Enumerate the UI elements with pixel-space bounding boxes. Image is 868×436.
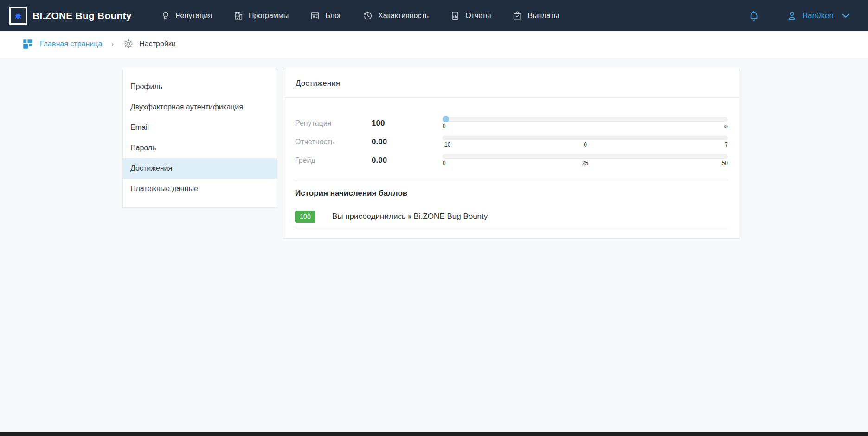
history-icon xyxy=(363,11,373,21)
nav-item-payouts[interactable]: Выплаты xyxy=(512,11,559,21)
username: Han0ken xyxy=(802,11,834,20)
metric-value: 100 xyxy=(372,119,443,128)
slider-track xyxy=(443,117,728,122)
scale-mid: 25 xyxy=(582,160,588,167)
slider-handle[interactable] xyxy=(443,116,449,122)
nav-item-reports[interactable]: Отчеты xyxy=(450,11,491,21)
nav-item-reputation[interactable]: Репутация xyxy=(161,11,212,21)
nav-item-blog[interactable]: Блог xyxy=(310,11,341,21)
gear-icon xyxy=(123,38,134,49)
history-entry-text: Вы присоединились к Bi.ZONE Bug Bounty xyxy=(332,212,488,221)
nav-item-hackactivity[interactable]: Хакактивность xyxy=(363,11,429,21)
nav-item-programs[interactable]: Программы xyxy=(233,11,289,21)
brand-logo[interactable]: BI.ZONE Bug Bounty xyxy=(9,7,132,25)
scale-max: 7 xyxy=(725,141,728,148)
metric-label: Репутация xyxy=(295,119,372,128)
metric-row-reporting: Отчетность 0.00 -10 0 7 xyxy=(295,133,728,151)
reputation-slider: 0 ∞ xyxy=(443,117,728,129)
slider-scale: -10 0 7 xyxy=(443,141,728,148)
points-badge: 100 xyxy=(295,211,315,223)
metric-value: 0.00 xyxy=(372,156,443,165)
breadcrumb: Главная страница › Настройки xyxy=(0,31,868,57)
scale-min: 0 xyxy=(443,160,446,167)
notifications-bell-icon[interactable] xyxy=(748,10,759,22)
metrics-list: Репутация 100 0 ∞ Отчетность 0.00 xyxy=(283,98,739,175)
user-icon xyxy=(786,10,797,21)
slider-scale: 0 25 50 xyxy=(443,160,728,167)
metric-value: 0.00 xyxy=(372,137,443,147)
breadcrumb-current-label: Настройки xyxy=(139,40,175,48)
reporting-slider: -10 0 7 xyxy=(443,136,728,148)
panel-title: Достижения xyxy=(296,79,340,88)
metric-label: Грейд xyxy=(295,156,372,165)
metric-label: Отчетность xyxy=(295,138,372,146)
scale-mid: 0 xyxy=(584,141,587,148)
slider-scale: 0 ∞ xyxy=(443,123,728,129)
metric-row-reputation: Репутация 100 0 ∞ xyxy=(295,114,728,133)
blog-icon xyxy=(310,11,320,21)
chevron-down-icon xyxy=(842,13,849,18)
building-icon xyxy=(233,11,244,21)
brand-name: BI.ZONE Bug Bounty xyxy=(32,10,132,21)
breadcrumb-separator-icon: › xyxy=(109,40,116,48)
top-navbar: BI.ZONE Bug Bounty Репутация Программы xyxy=(0,0,868,31)
nav-label: Программы xyxy=(249,12,289,20)
breadcrumb-home-link[interactable]: Главная страница xyxy=(22,38,102,50)
settings-sidebar: Профиль Двухфакторная аутентификация Ema… xyxy=(122,69,277,208)
sidebar-item-profile[interactable]: Профиль xyxy=(123,77,277,97)
panel-header: Достижения xyxy=(283,69,739,98)
payments-icon xyxy=(512,11,522,21)
points-history-section: История начисления баллов 100 Вы присоед… xyxy=(283,180,739,238)
slider-track xyxy=(443,154,728,159)
bottom-edge-strip xyxy=(0,432,868,436)
points-history-title: История начисления баллов xyxy=(295,189,728,198)
sidebar-item-password[interactable]: Пароль xyxy=(123,138,277,158)
medal-icon xyxy=(161,11,171,21)
nav-label: Выплаты xyxy=(527,12,559,20)
nav-label: Репутация xyxy=(176,12,212,20)
nav-label: Хакактивность xyxy=(378,12,429,20)
scale-min: 0 xyxy=(443,123,446,129)
breadcrumb-current: Настройки xyxy=(123,38,175,49)
nav-label: Блог xyxy=(325,12,341,20)
sidebar-item-achievements[interactable]: Достижения xyxy=(123,158,277,179)
settings-content: Профиль Двухфакторная аутентификация Ema… xyxy=(0,57,868,239)
achievements-panel: Достижения Репутация 100 0 ∞ xyxy=(283,69,739,239)
metric-row-grade: Грейд 0.00 0 25 50 xyxy=(295,151,728,170)
breadcrumb-home-label: Главная страница xyxy=(40,40,102,48)
slider-track xyxy=(443,136,728,140)
report-icon xyxy=(450,11,460,21)
main-nav: Репутация Программы Блог xyxy=(161,11,748,21)
sidebar-item-payment-details[interactable]: Платежные данные xyxy=(123,179,277,199)
grade-slider: 0 25 50 xyxy=(443,154,728,167)
dashboard-grid-icon xyxy=(22,38,34,50)
bug-logo-icon xyxy=(9,7,27,25)
history-entry: 100 Вы присоединились к Bi.ZONE Bug Boun… xyxy=(295,211,728,227)
sidebar-item-email[interactable]: Email xyxy=(123,117,277,138)
sidebar-item-2fa[interactable]: Двухфакторная аутентификация xyxy=(123,97,277,117)
scale-max: ∞ xyxy=(724,123,728,129)
scale-max: 50 xyxy=(722,160,728,167)
user-menu[interactable]: Han0ken xyxy=(786,10,849,21)
nav-label: Отчеты xyxy=(465,12,491,20)
scale-min: -10 xyxy=(443,141,450,148)
navbar-right: Han0ken xyxy=(748,10,849,22)
